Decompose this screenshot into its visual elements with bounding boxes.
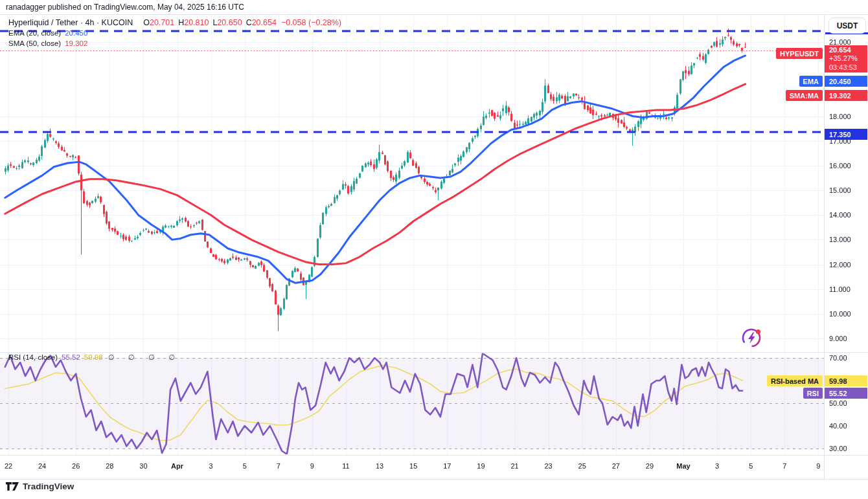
sma-label: SMA (50, close) bbox=[8, 39, 61, 47]
time-axis-label: 23 bbox=[544, 462, 552, 470]
rsi-ma-value-badge: 59.98 bbox=[825, 375, 867, 386]
time-axis-label: 30 bbox=[139, 462, 147, 470]
close-value: 20.654 bbox=[252, 18, 277, 27]
time-axis-label: May bbox=[676, 462, 690, 470]
price-axis-label: 15.000 bbox=[829, 186, 851, 194]
sma-tag: SMA:MA bbox=[786, 90, 823, 101]
price-axis-label: 13.000 bbox=[829, 236, 851, 243]
time-axis-label: 24 bbox=[38, 462, 46, 470]
rsi-empty-bands: ∅ ∅ ∅ ∅ bbox=[108, 353, 181, 361]
price-chart-canvas[interactable] bbox=[0, 0, 868, 499]
price-axis-label: 10.000 bbox=[829, 310, 851, 318]
time-axis-label: 26 bbox=[72, 462, 80, 470]
open-label: O bbox=[143, 18, 150, 27]
time-axis-label: 21 bbox=[510, 462, 518, 470]
published-byline: ranadagger published on TradingView.com,… bbox=[6, 3, 244, 12]
tradingview-mark bbox=[5, 482, 19, 491]
price-axis-label: 9.000 bbox=[829, 335, 847, 342]
sma-price-badge: 19.302 bbox=[825, 90, 867, 101]
change-value: −0.058 (−0.28%) bbox=[281, 18, 341, 27]
level-price-badge: 17.350 bbox=[825, 129, 867, 140]
open-value: 20.701 bbox=[150, 18, 174, 27]
time-axis-label: 11 bbox=[342, 462, 349, 470]
time-axis-label: 15 bbox=[409, 462, 417, 470]
time-axis-label: 3 bbox=[715, 462, 719, 470]
time-axis-label: 13 bbox=[376, 462, 383, 470]
flash-events-icon[interactable] bbox=[740, 326, 764, 349]
high-value: 20.810 bbox=[184, 18, 209, 27]
time-axis-label: 9 bbox=[816, 462, 820, 470]
ema-tag: EMA bbox=[799, 76, 823, 87]
price-axis-label: 16.000 bbox=[829, 162, 851, 170]
low-value: 20.650 bbox=[217, 18, 242, 27]
close-label: C bbox=[246, 18, 252, 27]
badge-price: 20.654 bbox=[829, 46, 867, 55]
time-axis-label: 5 bbox=[749, 462, 753, 470]
time-axis-label: 27 bbox=[612, 462, 620, 470]
tradingview-logo[interactable]: TradingView bbox=[5, 482, 74, 491]
rsi-axis-label: 40.00 bbox=[829, 422, 847, 430]
rsi-axis-label: 30.00 bbox=[829, 445, 847, 452]
rsi-axis-label: 70.00 bbox=[829, 354, 847, 362]
rsi-legend[interactable]: RSI (14, close)55.5259.98∅ ∅ ∅ ∅ bbox=[8, 353, 181, 362]
price-axis-label: 12.000 bbox=[829, 261, 851, 269]
rsi-tag: RSI bbox=[803, 388, 823, 399]
time-axis-label: 7 bbox=[277, 462, 280, 470]
time-axis-label: 29 bbox=[646, 462, 654, 470]
time-axis-label: 22 bbox=[5, 462, 12, 470]
ema-price-badge: 20.450 bbox=[825, 76, 867, 87]
rsi-value-badge: 55.52 bbox=[825, 388, 867, 399]
time-axis-label: 17 bbox=[443, 462, 451, 470]
rsi-value: 55.52 bbox=[62, 353, 80, 361]
price-axis-label: 11.000 bbox=[829, 285, 851, 293]
symbol-title: Hyperliquid / Tether · 4h · KUCOIN bbox=[8, 18, 133, 27]
sma-legend[interactable]: SMA (50, close)19.302 bbox=[8, 39, 87, 47]
time-axis-label: 3 bbox=[209, 462, 213, 470]
ema-value: 20.450 bbox=[65, 29, 87, 37]
symbol-price-badge: 20.654 +35.27% 03:43:53 bbox=[825, 45, 867, 72]
badge-change-pct: +35.27% bbox=[829, 54, 867, 63]
price-axis-label: 18.000 bbox=[829, 113, 851, 120]
time-axis-label: 9 bbox=[310, 462, 314, 470]
rsi-ma-value: 59.98 bbox=[84, 353, 103, 361]
symbol-name-tag: HYPEUSDT bbox=[776, 48, 823, 59]
price-axis-label: 14.000 bbox=[829, 211, 851, 219]
rsi-axis-label: 50.00 bbox=[829, 399, 847, 407]
time-axis-label: 28 bbox=[106, 462, 113, 470]
ema-legend[interactable]: EMA (20, close)20.450 bbox=[8, 29, 87, 37]
time-axis-label: 25 bbox=[578, 462, 586, 470]
high-label: H bbox=[178, 18, 184, 27]
time-axis-label: Apr bbox=[171, 462, 183, 470]
time-axis-label: 5 bbox=[243, 462, 247, 470]
sma-value: 19.302 bbox=[65, 39, 87, 47]
badge-countdown: 03:43:53 bbox=[829, 63, 867, 72]
time-axis-label: 19 bbox=[477, 462, 485, 470]
rsi-label: RSI (14, close) bbox=[8, 353, 58, 361]
rsi-ma-tag: RSI-based MA bbox=[767, 375, 823, 386]
ema-label: EMA (20, close) bbox=[8, 29, 61, 37]
brand-text: TradingView bbox=[23, 482, 74, 491]
currency-toggle-button[interactable]: USDT bbox=[828, 17, 866, 34]
time-axis-label: 7 bbox=[782, 462, 786, 470]
symbol-legend[interactable]: Hyperliquid / Tether · 4h · KUCOINO20.70… bbox=[8, 18, 341, 27]
